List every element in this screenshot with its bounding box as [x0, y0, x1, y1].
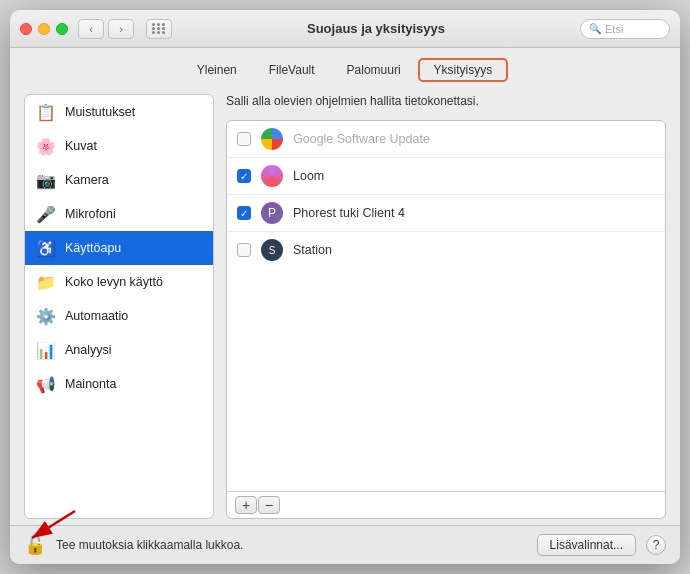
- sidebar: 📋 Muistutukset 🌸 Kuvat 📷 Kamera 🎤 Mikrof…: [24, 94, 214, 519]
- tab-yleinen[interactable]: Yleinen: [182, 59, 252, 81]
- back-button[interactable]: ‹: [78, 19, 104, 39]
- sidebar-label-kuvat: Kuvat: [65, 139, 97, 153]
- sidebar-label-mainonta: Mainonta: [65, 377, 116, 391]
- google-app-icon: [261, 128, 283, 150]
- sidebar-label-analyysi: Analyysi: [65, 343, 112, 357]
- maximize-button[interactable]: [56, 23, 68, 35]
- sidebar-label-mikrofoni: Mikrofoni: [65, 207, 116, 221]
- kuvat-icon: 🌸: [35, 135, 57, 157]
- titlebar: ‹ › Suojaus ja yksityisyys 🔍 Etsi: [10, 10, 680, 48]
- app-list-container: Google Software Update Loom P Phore: [226, 120, 666, 519]
- muistutukset-icon: 📋: [35, 101, 57, 123]
- koko-levyn-icon: 📁: [35, 271, 57, 293]
- sidebar-item-kamera[interactable]: 📷 Kamera: [25, 163, 213, 197]
- phorest-checkbox[interactable]: [237, 206, 251, 220]
- nav-buttons: ‹ ›: [78, 19, 134, 39]
- kayttoapu-icon: ♿: [35, 237, 57, 259]
- list-item: P Phorest tuki Client 4: [227, 195, 665, 232]
- phorest-app-name: Phorest tuki Client 4: [293, 206, 405, 220]
- sidebar-label-kayttoapu: Käyttöapu: [65, 241, 121, 255]
- sidebar-item-mikrofoni[interactable]: 🎤 Mikrofoni: [25, 197, 213, 231]
- remove-button[interactable]: −: [258, 496, 280, 514]
- sidebar-item-mainonta[interactable]: 📢 Mainonta: [25, 367, 213, 401]
- traffic-lights: [20, 23, 68, 35]
- tabs-bar: Yleinen FileVault Palomuuri Yksityisyys: [10, 48, 680, 88]
- mainonta-icon: 📢: [35, 373, 57, 395]
- sidebar-item-automaatio[interactable]: ⚙️ Automaatio: [25, 299, 213, 333]
- options-button[interactable]: Lisävalinnat...: [537, 534, 636, 556]
- sidebar-item-koko-levyn[interactable]: 📁 Koko levyn käyttö: [25, 265, 213, 299]
- help-button[interactable]: ?: [646, 535, 666, 555]
- sidebar-item-analyysi[interactable]: 📊 Analyysi: [25, 333, 213, 367]
- grid-icon: [152, 23, 166, 34]
- list-item: Google Software Update: [227, 121, 665, 158]
- tab-palomuuri[interactable]: Palomuuri: [332, 59, 416, 81]
- loom-app-icon: [261, 165, 283, 187]
- sidebar-item-kayttoapu[interactable]: ♿ Käyttöapu: [25, 231, 213, 265]
- window-title: Suojaus ja yksityisyys: [172, 21, 580, 36]
- mikrofoni-icon: 🎤: [35, 203, 57, 225]
- right-panel: Salli alla olevien ohjelmien hallita tie…: [226, 94, 666, 519]
- tab-yksityisyys[interactable]: Yksityisyys: [418, 58, 509, 82]
- list-item: Loom: [227, 158, 665, 195]
- analyysi-icon: 📊: [35, 339, 57, 361]
- sidebar-item-muistutukset[interactable]: 📋 Muistutukset: [25, 95, 213, 129]
- search-placeholder: Etsi: [605, 23, 623, 35]
- lock-text: Tee muutoksia klikkaamalla lukkoa.: [56, 538, 527, 552]
- content-area: Yleinen FileVault Palomuuri Yksityisyys …: [10, 48, 680, 564]
- kamera-icon: 📷: [35, 169, 57, 191]
- panel-description: Salli alla olevien ohjelmien hallita tie…: [226, 94, 666, 108]
- tab-filevault[interactable]: FileVault: [254, 59, 330, 81]
- list-item: S Station: [227, 232, 665, 268]
- sidebar-item-kuvat[interactable]: 🌸 Kuvat: [25, 129, 213, 163]
- sidebar-label-muistutukset: Muistutukset: [65, 105, 135, 119]
- station-checkbox[interactable]: [237, 243, 251, 257]
- forward-button[interactable]: ›: [108, 19, 134, 39]
- sidebar-list: 📋 Muistutukset 🌸 Kuvat 📷 Kamera 🎤 Mikrof…: [25, 95, 213, 518]
- station-app-icon: S: [261, 239, 283, 261]
- main-window: ‹ › Suojaus ja yksityisyys 🔍 Etsi Yleine…: [10, 10, 680, 564]
- minimize-button[interactable]: [38, 23, 50, 35]
- google-app-name: Google Software Update: [293, 132, 430, 146]
- grid-button[interactable]: [146, 19, 172, 39]
- main-body: 📋 Muistutukset 🌸 Kuvat 📷 Kamera 🎤 Mikrof…: [10, 88, 680, 525]
- app-list: Google Software Update Loom P Phore: [227, 121, 665, 491]
- close-button[interactable]: [20, 23, 32, 35]
- search-icon: 🔍: [589, 23, 601, 34]
- loom-checkbox[interactable]: [237, 169, 251, 183]
- add-button[interactable]: +: [235, 496, 257, 514]
- list-controls: + −: [227, 491, 665, 518]
- phorest-app-icon: P: [261, 202, 283, 224]
- station-app-name: Station: [293, 243, 332, 257]
- sidebar-label-automaatio: Automaatio: [65, 309, 128, 323]
- sidebar-label-koko-levyn: Koko levyn käyttö: [65, 275, 163, 289]
- bottom-bar: 🔓 Tee muutoksia klikkaamalla lukkoa. Lis…: [10, 525, 680, 564]
- google-checkbox[interactable]: [237, 132, 251, 146]
- search-box[interactable]: 🔍 Etsi: [580, 19, 670, 39]
- sidebar-label-kamera: Kamera: [65, 173, 109, 187]
- lock-icon[interactable]: 🔓: [24, 534, 46, 556]
- loom-app-name: Loom: [293, 169, 324, 183]
- automaatio-icon: ⚙️: [35, 305, 57, 327]
